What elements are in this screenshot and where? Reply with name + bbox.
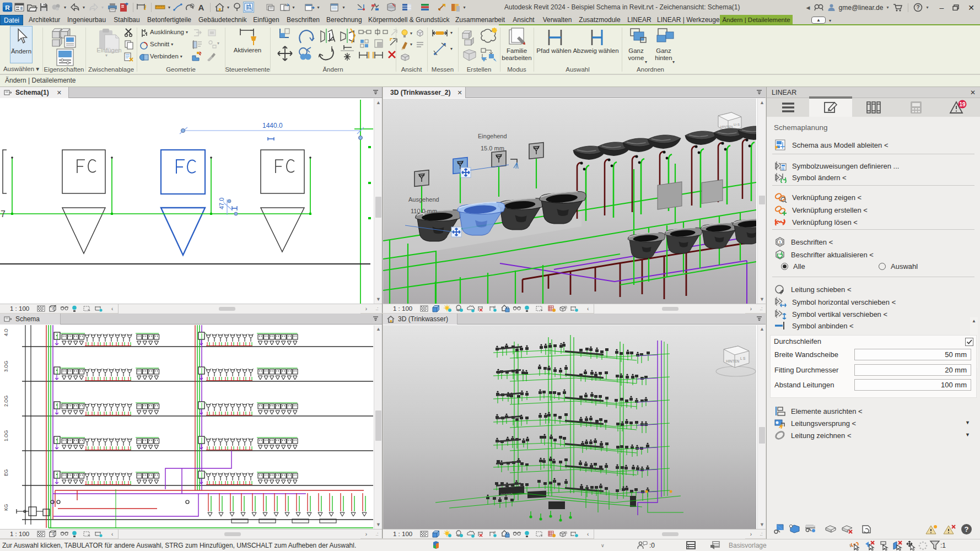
svg-text:3.OG: 3.OG [3,361,9,372]
svg-text:1.OG: 1.OG [3,430,9,441]
svg-text:Eingehend: Eingehend [478,133,507,139]
svg-text:110.0 mm: 110.0 mm [411,208,437,214]
svg-text:15.0 mm: 15.0 mm [481,145,504,152]
svg-text:1440.0: 1440.0 [262,122,283,129]
svg-text:?: ? [965,525,969,533]
svg-text:2.OG: 2.OG [3,396,9,407]
svg-text:4.O: 4.O [3,328,9,336]
svg-text:19: 19 [960,101,966,107]
svg-text:EG: EG [3,469,9,476]
svg-text:Ausgehend: Ausgehend [408,196,439,203]
svg-text:47.0: 47.0 [218,198,225,209]
svg-text:▾: ▾ [217,41,219,46]
svg-text:KG: KG [3,504,9,511]
svg-text:L S: L S [740,356,746,360]
svg-text:LI-S: LI-S [734,123,740,126]
svg-text:HINTEN: HINTEN [720,125,733,128]
svg-text:?: ? [917,4,920,10]
svg-text:1: 1 [779,240,782,245]
svg-text:R: R [5,4,10,12]
svg-text:HINTEN: HINTEN [726,359,740,363]
svg-text:7: 7 [1,209,6,219]
